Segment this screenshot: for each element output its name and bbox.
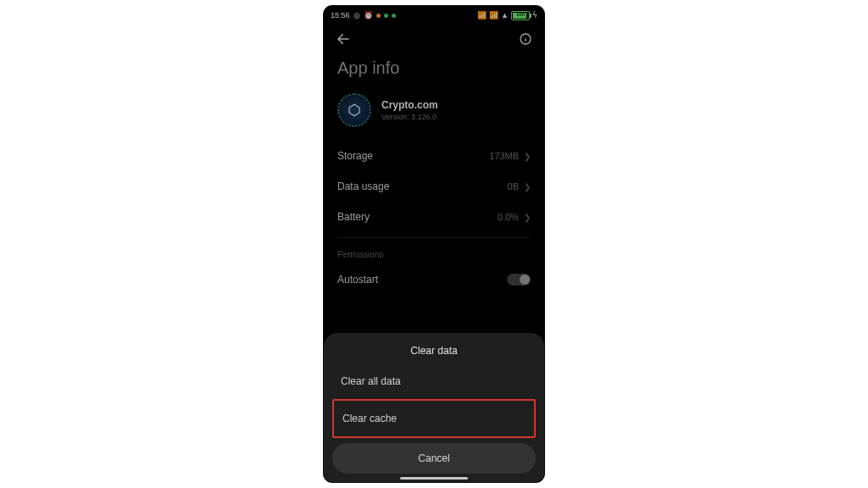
row-battery-value: 0.0% ❯: [498, 212, 531, 222]
charging-icon: ϟ: [532, 12, 537, 19]
app-version: Version: 3.126.0: [381, 113, 438, 121]
stage: 15:56 ◎ ⏰ 📶 📶 ▲ 100 ϟ: [0, 0, 868, 488]
row-storage-value: 173MB ❯: [489, 151, 531, 161]
signal-icon-1: 📶: [477, 12, 487, 19]
row-autostart[interactable]: Autostart: [324, 264, 544, 295]
clock: 15:56: [331, 11, 350, 19]
chevron-right-icon: ❯: [524, 152, 531, 161]
clear-cache-highlight: Clear cache: [332, 399, 536, 438]
divider: [337, 237, 531, 238]
row-storage[interactable]: Storage 173MB ❯: [324, 141, 544, 171]
toggle-knob: [520, 274, 530, 285]
clear-all-data-option[interactable]: Clear all data: [332, 365, 536, 397]
autostart-label: Autostart: [337, 274, 378, 286]
chevron-right-icon: ❯: [524, 213, 531, 222]
home-indicator[interactable]: [400, 477, 468, 480]
row-data-usage[interactable]: Data usage 0B ❯: [324, 171, 544, 202]
status-dot-orange: [376, 14, 381, 18]
nfc-icon: ◎: [353, 12, 360, 19]
clear-cache-option[interactable]: Clear cache: [334, 401, 534, 436]
signal-icon-2: 📶: [489, 12, 498, 19]
app-icon: [337, 93, 371, 127]
alarm-icon: ⏰: [364, 12, 373, 19]
cancel-button[interactable]: Cancel: [332, 443, 536, 474]
battery-icon: 100: [511, 11, 530, 20]
back-button[interactable]: [336, 31, 351, 47]
row-battery-label: Battery: [337, 211, 370, 223]
page-title: App info: [324, 52, 544, 90]
info-button[interactable]: [519, 32, 532, 46]
sheet-title: Clear data: [332, 345, 536, 357]
status-left: 15:56 ◎ ⏰: [331, 11, 396, 19]
status-right: 📶 📶 ▲ 100 ϟ: [477, 11, 537, 20]
app-name: Crypto.com: [381, 99, 438, 111]
status-dot-green: [384, 14, 388, 18]
app-meta: Crypto.com Version: 3.126.0: [381, 99, 438, 121]
header-bar: [324, 23, 544, 52]
row-data-usage-value: 0B ❯: [508, 181, 531, 191]
phone-screen: 15:56 ◎ ⏰ 📶 📶 ▲ 100 ϟ: [324, 6, 544, 482]
chevron-right-icon: ❯: [524, 182, 531, 191]
row-battery[interactable]: Battery 0.0% ❯: [324, 202, 544, 232]
app-identity-row: Crypto.com Version: 3.126.0: [324, 90, 544, 141]
autostart-toggle[interactable]: [507, 274, 531, 286]
clear-data-sheet: Clear data Clear all data Clear cache Ca…: [324, 333, 544, 482]
wifi-icon: ▲: [501, 12, 509, 19]
row-data-usage-label: Data usage: [337, 180, 389, 192]
battery-text: 100: [512, 11, 529, 19]
permissions-section-label: Permissions: [324, 243, 544, 264]
status-bar: 15:56 ◎ ⏰ 📶 📶 ▲ 100 ϟ: [324, 6, 544, 23]
row-storage-label: Storage: [337, 150, 373, 162]
svg-marker-4: [349, 104, 359, 116]
status-dot-green-2: [392, 14, 396, 18]
